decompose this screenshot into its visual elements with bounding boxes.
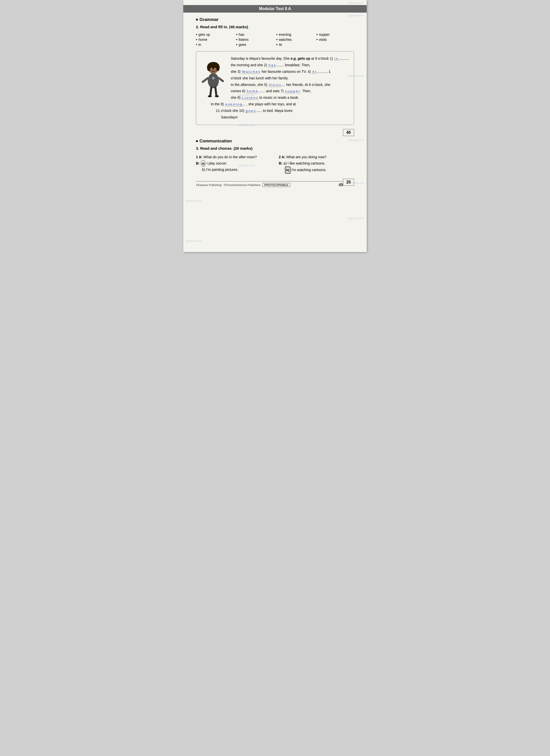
word-item: • gets up [196,33,233,37]
bullet-icon [196,140,198,142]
svg-point-15 [212,77,214,79]
passage-box: Saturday is Maya's favourite day. She e.… [196,51,354,125]
grammar-heading: Grammar [199,17,219,22]
word-item: • watches [277,38,314,42]
answer-3: W.a.t.c.h.e.s [241,70,261,74]
svg-point-8 [215,69,215,69]
answer-10: g.o.e.s [245,109,256,113]
exercise3-item-1: 1 A: What do you do in the after-noon? B… [196,154,271,174]
publisher2: ©Prosveshcheniye Publishers [224,183,260,186]
answer-options-2: B: a) I like watching cartoons. [279,160,354,167]
watermark: gdzwow.com [348,217,364,220]
bullet-icon [196,19,198,21]
passage-line-6: she 8) L.i.s.t.e.n.s to music or reads a… [206,95,349,101]
svg-point-7 [211,69,212,69]
exercise3-grid: 1 A: What do you do in the after-noon? B… [196,154,354,174]
communication-section-header: Communication [196,139,354,144]
svg-line-12 [215,87,216,96]
exercise3-score: 20 [343,179,354,186]
watermark: gdzwow.com [186,199,202,202]
answer-8: L.i.s.t.e.n.s [241,96,258,100]
word-item: • goes [236,43,273,47]
title-text: Modular Test 8 A [259,7,291,11]
svg-point-3 [207,64,210,71]
svg-point-0 [208,73,219,88]
answer-1: i.n [334,57,339,61]
word-item: • At [277,43,314,47]
page-number: 49 [339,183,343,187]
watermark: gdzwow.com [348,14,364,17]
answer-2: h.a.s [268,63,276,67]
word-item: • has [236,33,273,37]
svg-line-11 [210,87,211,96]
word-item [317,43,354,47]
question-2: 2 A: What are you doing now? [279,154,354,160]
word-list: • gets up • has • evening • supper • hom… [196,33,354,47]
communication-heading: Communication [199,139,232,144]
svg-point-13 [208,95,212,97]
option-b-2: b) I'm watching cartoons. [285,167,354,173]
option-b-1: b) I'm painting pictures. [202,167,271,173]
passage-line-8: 11 o'clock she 10) g.o.e.s...... to bed.… [216,108,349,114]
page-footer: ©Express Publishing ©Prosveshcheniye Pub… [196,181,343,187]
answer-5: V.i.s.i.t.s [268,83,282,87]
passage-line-5: comes 6) h.o.m.e....... and eats 7) s.u.… [206,88,349,95]
answer-options-1: B: a) I play soccer. [196,160,271,167]
svg-point-14 [215,95,219,97]
passage-line-7: In the 9) e.v.e.n.i.n.g... , she plays w… [211,101,349,108]
watermark: gdzwow.com [348,1,364,4]
answer-7: s.u.p.p.e.r [285,89,300,93]
svg-line-9 [203,78,208,82]
exercise2-score: 40 [343,129,354,136]
passage-line-9: Saturdays! [221,114,349,121]
word-item: • listens [236,38,273,42]
communication-section: Communication 3. Read and choose. (20 ma… [196,139,354,174]
option-a-circle: a) [201,160,206,167]
option-b-box: b) [285,167,291,173]
word-item: • visits [317,38,354,42]
answer-4: A.t [312,70,317,74]
example-text: e.g. gets up [291,56,310,60]
page-title: Modular Test 8 A [183,5,367,13]
question-1: 1 A: What do you do in the after-noon? [196,154,271,160]
svg-point-4 [216,64,220,71]
svg-line-10 [219,78,223,81]
publisher1: ©Express Publishing [196,183,222,186]
word-item: • home [196,38,233,42]
exercise3-item-2: 2 A: What are you doing now? B: a) I lik… [279,154,354,174]
word-item: • in [196,43,233,47]
exercise2-heading: 2. Read and fill in. (40 marks) [196,25,354,29]
answer-9: e.v.e.n.i.n.g [225,102,242,106]
grammar-section-header: Grammar [196,17,354,22]
exercise3-heading: 3. Read and choose. (20 marks) [196,146,354,150]
word-item: • evening [277,33,314,37]
character-illustration [201,58,227,98]
photocopiable-badge: PHOTOCOPIABLE [262,183,290,187]
word-item: • supper [317,33,354,37]
answer-6: h.o.m.e [246,89,258,93]
watermark: gdzwow.com [186,239,202,242]
